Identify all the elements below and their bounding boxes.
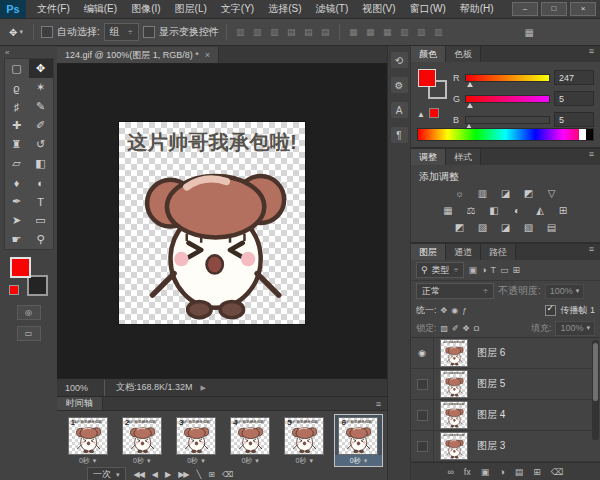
tab-adjustments[interactable]: 调整 [411, 149, 446, 165]
adjustment-icon[interactable]: ▧ [521, 221, 536, 234]
layer-thumbnail[interactable] [440, 401, 468, 429]
lock-icon[interactable]: ▨ [441, 324, 449, 333]
tab-swatches[interactable]: 色板 [446, 46, 481, 62]
layer-name[interactable]: 图层 6 [477, 346, 505, 360]
lock-icon[interactable]: Ω [473, 324, 479, 333]
menu-item[interactable]: 视图(V) [355, 0, 402, 18]
menu-item[interactable]: 帮助(H) [453, 0, 501, 18]
color-spectrum-ramp[interactable] [417, 128, 594, 141]
layer-thumbnail[interactable] [440, 339, 468, 367]
screen-mode-button[interactable]: ▭ [17, 326, 41, 341]
adjustment-icon[interactable]: ▽ [544, 187, 559, 200]
add-layer-mask-icon[interactable]: ▣ [481, 467, 490, 477]
previous-frame-button[interactable]: ◀ [152, 470, 157, 479]
workspace-icon[interactable]: ▦ [525, 27, 534, 38]
gamut-warning-icon[interactable]: ▲ [417, 110, 425, 119]
timeline-menu-icon[interactable]: ≡ [370, 399, 387, 409]
adjustment-icon[interactable]: ▦ [441, 204, 456, 217]
move-tool[interactable]: ✥ [29, 59, 53, 78]
layers-panel-menu-icon[interactable]: ≡ [583, 244, 600, 260]
close-button[interactable]: × [570, 2, 596, 16]
next-frame-button[interactable]: ▶▶ [178, 470, 188, 479]
frame-delay-dropdown[interactable]: 0秒 ▾ [281, 455, 328, 466]
new-group-icon[interactable]: ▤ [515, 467, 524, 477]
timeline-frame[interactable]: 5 0秒 ▾ [280, 414, 329, 467]
paragraph-panel-icon[interactable]: ¶ [391, 127, 408, 143]
layers-scrollbar[interactable] [592, 340, 599, 440]
layer-visibility-toggle[interactable]: ◉ [411, 431, 434, 461]
show-transform-checkbox[interactable] [143, 26, 155, 38]
layer-name[interactable]: 图层 5 [477, 377, 505, 391]
white-swatch[interactable] [579, 129, 586, 140]
color-panel-menu-icon[interactable]: ≡ [583, 46, 600, 62]
adjustment-icon[interactable]: ☼ [452, 187, 467, 200]
blend-mode-dropdown[interactable]: 正常 ÷ [416, 283, 494, 299]
adjustment-icon[interactable]: ◩ [521, 187, 536, 200]
menu-item[interactable]: 滤镜(T) [309, 0, 356, 18]
crop-tool[interactable]: ♯ [5, 97, 29, 116]
menu-item[interactable]: 编辑(E) [77, 0, 124, 18]
path-selection-tool[interactable]: ➤ [5, 211, 29, 230]
link-layers-icon[interactable]: ∞ [447, 467, 453, 477]
document-tab[interactable]: 124.gif @ 100%(图层 1, RGB/8) * × [57, 47, 219, 63]
timeline-frame[interactable]: 4 0秒 ▾ [226, 414, 275, 467]
hand-tool[interactable]: ☛ [5, 230, 29, 249]
channel-slider[interactable] [465, 116, 550, 124]
menu-item[interactable]: 文件(F) [30, 0, 77, 18]
frame-delay-dropdown[interactable]: 0秒 ▾ [172, 455, 219, 466]
brush-tool[interactable]: ✐ [29, 116, 53, 135]
layer-visibility-toggle[interactable]: ◉ [411, 369, 434, 399]
layer-row[interactable]: ◉ 图层 6 [411, 338, 600, 369]
history-brush-tool[interactable]: ↺ [29, 135, 53, 154]
maximize-button[interactable]: □ [541, 2, 567, 16]
channel-slider[interactable] [465, 74, 550, 82]
timeline-frame[interactable]: 6 0秒 ▾ [334, 414, 383, 467]
layer-visibility-toggle[interactable]: ◉ [411, 400, 434, 430]
foreground-color-swatch[interactable] [10, 257, 31, 278]
adjustment-icon[interactable]: ⚖ [464, 204, 479, 217]
healing-brush-tool[interactable]: ✚ [5, 116, 29, 135]
zoom-level[interactable]: 100% [65, 383, 93, 393]
auto-select-checkbox[interactable] [41, 26, 53, 38]
duplicate-frame-button[interactable]: ⊞ [208, 470, 214, 479]
new-layer-icon[interactable]: ⊞ [533, 467, 541, 477]
adjustment-icon[interactable]: ▥ [475, 187, 490, 200]
type-tool[interactable]: T [29, 192, 53, 211]
adjustment-icon[interactable]: ⊞ [556, 204, 571, 217]
blur-tool[interactable]: ♦ [5, 173, 29, 192]
frame-delay-dropdown[interactable]: 0秒 ▾ [64, 455, 111, 466]
tab-paths[interactable]: 路径 [481, 244, 516, 260]
layer-filter-dropdown[interactable]: ⚲ 类型 ÷ [416, 262, 464, 278]
adjustment-icon[interactable]: ◭ [533, 204, 548, 217]
layer-name[interactable]: 图层 4 [477, 408, 505, 422]
tab-color[interactable]: 颜色 [411, 46, 446, 62]
timeline-frame[interactable]: 2 0秒 ▾ [117, 414, 166, 467]
menu-item[interactable]: 选择(S) [261, 0, 308, 18]
menu-item[interactable]: 图层(L) [168, 0, 214, 18]
menu-item[interactable]: 文字(Y) [214, 0, 261, 18]
history-panel-icon[interactable]: ⟲ [391, 52, 408, 68]
tab-styles[interactable]: 样式 [446, 149, 481, 165]
adjustment-icon[interactable]: ◩ [452, 221, 467, 234]
layer-row[interactable]: ◉ 图层 4 [411, 400, 600, 431]
shape-tool[interactable]: ▭ [29, 211, 53, 230]
collapse-tools-button[interactable]: « [0, 47, 14, 58]
default-colors-icon[interactable] [9, 285, 19, 295]
auto-select-dropdown[interactable]: 组 ÷ [104, 23, 139, 41]
adjustment-icon[interactable]: ◪ [498, 187, 513, 200]
tab-layers[interactable]: 图层 [411, 244, 446, 260]
layer-visibility-toggle[interactable]: ◉ [411, 338, 434, 368]
magic-wand-tool[interactable]: ✶ [29, 78, 53, 97]
menu-item[interactable]: 图像(I) [124, 0, 167, 18]
quick-mask-button[interactable]: ◎ [17, 305, 41, 320]
layer-filter-icon[interactable]: ⊞ [513, 265, 521, 275]
adjustment-icon[interactable]: ◧ [487, 204, 502, 217]
layer-row[interactable]: ◉ 图层 3 [411, 431, 600, 462]
slider-marker-icon[interactable] [467, 103, 473, 108]
layer-filter-icon[interactable]: T [491, 265, 497, 275]
adjustments-panel-menu-icon[interactable]: ≡ [583, 149, 600, 165]
first-frame-button[interactable]: ◀◀ [134, 470, 144, 479]
timeline-frame[interactable]: 1 0秒 ▾ [63, 414, 112, 467]
tween-button[interactable]: ╲ [196, 470, 200, 479]
layer-name[interactable]: 图层 3 [477, 439, 505, 453]
